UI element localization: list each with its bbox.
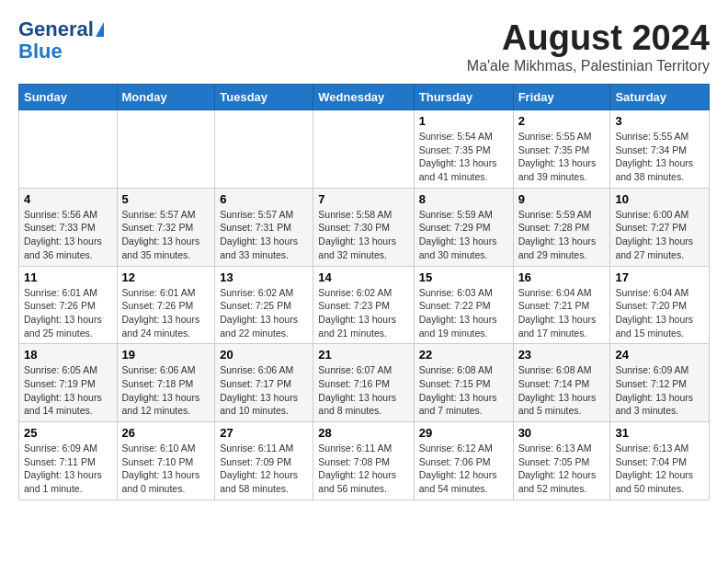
- day-number: 17: [615, 270, 704, 284]
- calendar-day-cell: 26Sunrise: 6:10 AM Sunset: 7:10 PM Dayli…: [117, 422, 215, 500]
- day-number: 28: [318, 426, 408, 440]
- day-info: Sunrise: 6:05 AM Sunset: 7:19 PM Dayligh…: [24, 363, 112, 418]
- day-info: Sunrise: 5:57 AM Sunset: 7:32 PM Dayligh…: [122, 208, 210, 262]
- calendar-day-cell: 13Sunrise: 6:02 AM Sunset: 7:25 PM Dayli…: [215, 266, 313, 344]
- day-number: 1: [419, 114, 508, 128]
- day-number: 10: [615, 192, 704, 206]
- day-number: 12: [122, 270, 210, 284]
- day-info: Sunrise: 6:04 AM Sunset: 7:20 PM Dayligh…: [615, 286, 704, 340]
- calendar-week-row: 25Sunrise: 6:09 AM Sunset: 7:11 PM Dayli…: [19, 422, 710, 500]
- day-number: 3: [615, 114, 704, 128]
- calendar-day-cell: 9Sunrise: 5:59 AM Sunset: 7:28 PM Daylig…: [513, 188, 610, 266]
- logo-triangle-icon: [96, 22, 104, 37]
- calendar-day-cell: 3Sunrise: 5:55 AM Sunset: 7:34 PM Daylig…: [610, 110, 710, 189]
- day-number: 30: [518, 426, 606, 440]
- day-number: 31: [615, 426, 704, 440]
- calendar-day-cell: 19Sunrise: 6:06 AM Sunset: 7:18 PM Dayli…: [117, 344, 215, 422]
- calendar-day-cell: 21Sunrise: 6:07 AM Sunset: 7:16 PM Dayli…: [313, 344, 414, 422]
- day-info: Sunrise: 6:04 AM Sunset: 7:21 PM Dayligh…: [518, 286, 606, 340]
- calendar-week-row: 1Sunrise: 5:54 AM Sunset: 7:35 PM Daylig…: [19, 110, 710, 189]
- day-info: Sunrise: 6:10 AM Sunset: 7:10 PM Dayligh…: [122, 442, 210, 496]
- day-info: Sunrise: 6:08 AM Sunset: 7:15 PM Dayligh…: [419, 363, 508, 418]
- day-info: Sunrise: 6:11 AM Sunset: 7:08 PM Dayligh…: [318, 442, 408, 496]
- day-info: Sunrise: 5:54 AM Sunset: 7:35 PM Dayligh…: [419, 130, 508, 184]
- day-info: Sunrise: 5:59 AM Sunset: 7:28 PM Dayligh…: [518, 208, 606, 262]
- day-info: Sunrise: 6:13 AM Sunset: 7:05 PM Dayligh…: [518, 442, 606, 496]
- calendar-day-cell: 15Sunrise: 6:03 AM Sunset: 7:22 PM Dayli…: [414, 266, 513, 344]
- day-info: Sunrise: 5:56 AM Sunset: 7:33 PM Dayligh…: [24, 208, 112, 262]
- day-number: 2: [518, 114, 606, 128]
- day-info: Sunrise: 5:55 AM Sunset: 7:35 PM Dayligh…: [518, 130, 606, 184]
- day-of-week-header: Thursday: [414, 85, 513, 110]
- calendar-week-row: 18Sunrise: 6:05 AM Sunset: 7:19 PM Dayli…: [19, 344, 710, 422]
- day-of-week-header: Friday: [513, 85, 610, 110]
- day-info: Sunrise: 6:00 AM Sunset: 7:27 PM Dayligh…: [615, 208, 704, 262]
- day-number: 20: [220, 348, 308, 362]
- day-info: Sunrise: 5:55 AM Sunset: 7:34 PM Dayligh…: [615, 130, 704, 184]
- calendar-day-cell: 28Sunrise: 6:11 AM Sunset: 7:08 PM Dayli…: [313, 422, 414, 500]
- day-number: 15: [419, 270, 508, 284]
- day-number: 9: [518, 192, 606, 206]
- calendar-day-cell: 29Sunrise: 6:12 AM Sunset: 7:06 PM Dayli…: [414, 422, 513, 500]
- day-number: 23: [518, 348, 606, 362]
- day-info: Sunrise: 6:13 AM Sunset: 7:04 PM Dayligh…: [615, 442, 704, 496]
- day-info: Sunrise: 6:09 AM Sunset: 7:11 PM Dayligh…: [24, 442, 112, 496]
- day-info: Sunrise: 6:01 AM Sunset: 7:26 PM Dayligh…: [24, 286, 112, 340]
- day-number: 5: [122, 192, 210, 206]
- day-of-week-header: Saturday: [610, 85, 710, 110]
- calendar-day-cell: 12Sunrise: 6:01 AM Sunset: 7:26 PM Dayli…: [117, 266, 215, 344]
- day-number: 8: [419, 192, 508, 206]
- calendar-day-cell: 31Sunrise: 6:13 AM Sunset: 7:04 PM Dayli…: [610, 422, 710, 500]
- day-number: 26: [122, 426, 210, 440]
- calendar-table: SundayMondayTuesdayWednesdayThursdayFrid…: [18, 84, 710, 500]
- logo: General Blue: [18, 18, 104, 63]
- calendar-day-cell: [19, 110, 118, 189]
- calendar-day-cell: 16Sunrise: 6:04 AM Sunset: 7:21 PM Dayli…: [513, 266, 610, 344]
- calendar-header-row: SundayMondayTuesdayWednesdayThursdayFrid…: [19, 85, 710, 110]
- calendar-day-cell: 5Sunrise: 5:57 AM Sunset: 7:32 PM Daylig…: [117, 188, 215, 266]
- calendar-day-cell: 14Sunrise: 6:02 AM Sunset: 7:23 PM Dayli…: [313, 266, 414, 344]
- day-info: Sunrise: 6:12 AM Sunset: 7:06 PM Dayligh…: [419, 442, 508, 496]
- calendar-day-cell: 24Sunrise: 6:09 AM Sunset: 7:12 PM Dayli…: [610, 344, 710, 422]
- calendar-day-cell: 18Sunrise: 6:05 AM Sunset: 7:19 PM Dayli…: [19, 344, 118, 422]
- calendar-day-cell: 11Sunrise: 6:01 AM Sunset: 7:26 PM Dayli…: [19, 266, 118, 344]
- calendar-day-cell: 6Sunrise: 5:57 AM Sunset: 7:31 PM Daylig…: [215, 188, 313, 266]
- day-of-week-header: Monday: [117, 85, 215, 110]
- day-of-week-header: Wednesday: [313, 85, 414, 110]
- day-info: Sunrise: 5:58 AM Sunset: 7:30 PM Dayligh…: [318, 208, 408, 262]
- day-number: 18: [24, 348, 112, 362]
- location-subtitle: Ma'ale Mikhmas, Palestinian Territory: [467, 58, 710, 75]
- logo-general: General: [18, 18, 94, 40]
- day-info: Sunrise: 6:02 AM Sunset: 7:25 PM Dayligh…: [220, 286, 308, 340]
- calendar-day-cell: 30Sunrise: 6:13 AM Sunset: 7:05 PM Dayli…: [513, 422, 610, 500]
- calendar-day-cell: 1Sunrise: 5:54 AM Sunset: 7:35 PM Daylig…: [414, 110, 513, 189]
- day-of-week-header: Tuesday: [215, 85, 313, 110]
- day-number: 13: [220, 270, 308, 284]
- calendar-day-cell: 2Sunrise: 5:55 AM Sunset: 7:35 PM Daylig…: [513, 110, 610, 189]
- calendar-day-cell: 23Sunrise: 6:08 AM Sunset: 7:14 PM Dayli…: [513, 344, 610, 422]
- calendar-day-cell: [313, 110, 414, 189]
- title-block: August 2024 Ma'ale Mikhmas, Palestinian …: [467, 18, 710, 75]
- day-info: Sunrise: 6:08 AM Sunset: 7:14 PM Dayligh…: [518, 363, 606, 418]
- day-number: 7: [318, 192, 408, 206]
- day-info: Sunrise: 6:06 AM Sunset: 7:18 PM Dayligh…: [122, 363, 210, 418]
- calendar-day-cell: 10Sunrise: 6:00 AM Sunset: 7:27 PM Dayli…: [610, 188, 710, 266]
- day-info: Sunrise: 6:07 AM Sunset: 7:16 PM Dayligh…: [318, 363, 408, 418]
- day-number: 16: [518, 270, 606, 284]
- day-info: Sunrise: 5:59 AM Sunset: 7:29 PM Dayligh…: [419, 208, 508, 262]
- day-number: 6: [220, 192, 308, 206]
- day-info: Sunrise: 6:11 AM Sunset: 7:09 PM Dayligh…: [220, 442, 308, 496]
- day-number: 29: [419, 426, 508, 440]
- day-number: 27: [220, 426, 308, 440]
- day-of-week-header: Sunday: [19, 85, 118, 110]
- calendar-day-cell: 7Sunrise: 5:58 AM Sunset: 7:30 PM Daylig…: [313, 188, 414, 266]
- day-info: Sunrise: 6:09 AM Sunset: 7:12 PM Dayligh…: [615, 363, 704, 418]
- day-info: Sunrise: 6:06 AM Sunset: 7:17 PM Dayligh…: [220, 363, 308, 418]
- calendar-week-row: 4Sunrise: 5:56 AM Sunset: 7:33 PM Daylig…: [19, 188, 710, 266]
- calendar-day-cell: 17Sunrise: 6:04 AM Sunset: 7:20 PM Dayli…: [610, 266, 710, 344]
- month-year-title: August 2024: [467, 18, 710, 58]
- calendar-week-row: 11Sunrise: 6:01 AM Sunset: 7:26 PM Dayli…: [19, 266, 710, 344]
- day-number: 22: [419, 348, 508, 362]
- day-number: 21: [318, 348, 408, 362]
- day-number: 14: [318, 270, 408, 284]
